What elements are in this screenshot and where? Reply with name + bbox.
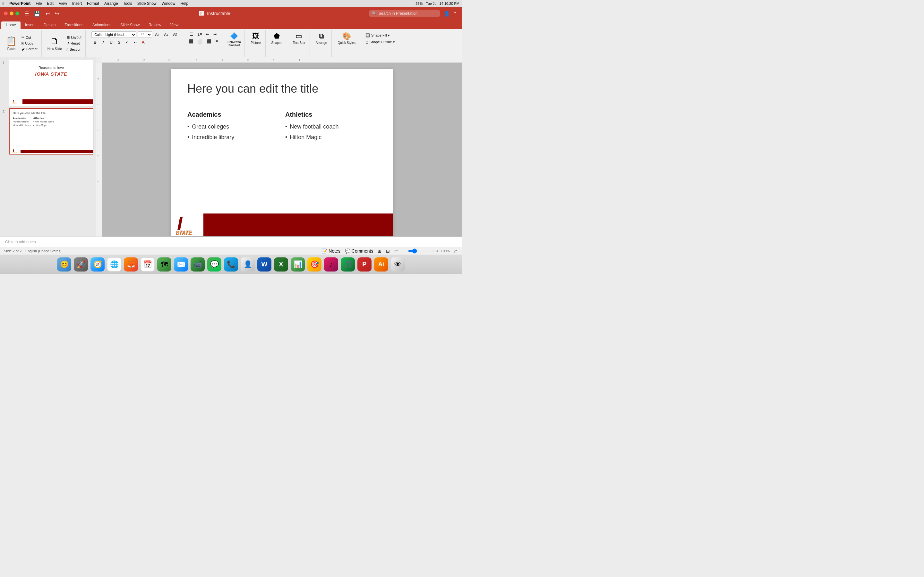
dock-excel[interactable]: X (274, 258, 288, 271)
indent-decrease-button[interactable]: ⇤ (204, 31, 211, 37)
tab-home[interactable]: Home (1, 21, 21, 29)
zoom-in-button[interactable]: + (435, 248, 439, 254)
tab-review[interactable]: Review (144, 21, 166, 29)
tab-transitions[interactable]: Transitions (60, 21, 87, 29)
bold-button[interactable]: B (91, 39, 99, 45)
dock-calendar[interactable]: 📅 (141, 258, 155, 271)
dock-chrome[interactable]: 🌐 (107, 258, 121, 271)
slide-main-title[interactable]: Here you can edit the title (187, 82, 376, 95)
superscript-button[interactable]: x² (124, 40, 131, 45)
expand-button[interactable]: ⌃ (451, 10, 458, 17)
dock-preview[interactable]: 👁 (391, 258, 405, 271)
slide-col2-bullet-1[interactable]: • New football coach (285, 123, 376, 130)
reset-button[interactable]: ↺ Reset (65, 41, 83, 46)
save-button[interactable]: 💾 (33, 10, 42, 17)
dock-contacts[interactable]: 👤 (241, 258, 255, 271)
subscript-button[interactable]: x₂ (132, 40, 139, 45)
menu-window[interactable]: Window (162, 1, 176, 6)
apple-logo[interactable]:  (3, 1, 4, 6)
slide-col-1[interactable]: Academics • Great colleges • Incredible … (187, 111, 279, 210)
menu-edit[interactable]: Edit (47, 1, 53, 6)
shapes-button[interactable]: ⬟ Shapes (270, 31, 284, 46)
font-shrink-button[interactable]: A↓ (162, 32, 170, 37)
close-button[interactable] (4, 11, 8, 15)
search-bar[interactable]: 🔍 Search in Presentation (369, 10, 440, 17)
fit-window-button[interactable]: ⤢ (452, 248, 458, 254)
notes-toggle-button[interactable]: 📝 Notes (321, 248, 341, 254)
dock-firefox[interactable]: 🦊 (124, 258, 138, 271)
italic-button[interactable]: I (99, 39, 107, 45)
align-right-button[interactable]: ⬛ (205, 39, 213, 44)
tab-slideshow[interactable]: Slide Show (116, 21, 144, 29)
dock-spotify[interactable]: 🎵 (341, 258, 355, 271)
copy-button[interactable]: ⎘ Copy (20, 41, 39, 46)
justify-button[interactable]: ≡ (214, 39, 220, 44)
grid-view-button[interactable]: ⊟ (385, 248, 391, 254)
menu-tools[interactable]: Tools (123, 1, 132, 6)
redo-button[interactable]: ↪ (53, 10, 60, 17)
dock-itunes[interactable]: ♪ (324, 258, 338, 271)
picture-button[interactable]: 🖼 Picture (249, 31, 262, 46)
user-button[interactable]: 👤 (443, 10, 451, 17)
dock-finder[interactable]: 😊 (57, 258, 71, 271)
slide-col1-bullet-1[interactable]: • Great colleges (187, 123, 279, 130)
menu-arrange[interactable]: Arrange (104, 1, 118, 6)
slide-2-thumbnail[interactable]: Here you can edit the title Academics • … (9, 108, 94, 155)
maximize-button[interactable] (15, 11, 19, 15)
align-center-button[interactable]: ⬜ (196, 39, 204, 44)
sidebar-toggle[interactable]: ☰ (23, 10, 30, 17)
format-button[interactable]: 🖌 Format (20, 47, 39, 52)
menu-slideshow[interactable]: Slide Show (137, 1, 157, 6)
new-slide-button[interactable]: 🗋 New Slide (45, 35, 64, 52)
dock-illustrator[interactable]: Ai (374, 258, 388, 271)
indent-increase-button[interactable]: ⇥ (212, 31, 218, 37)
quick-styles-button[interactable]: 🎨 Quick Styles (336, 31, 357, 46)
menu-help[interactable]: Help (180, 1, 188, 6)
dock-maps[interactable]: 🗺 (157, 258, 171, 271)
font-color-button[interactable]: A (140, 39, 147, 45)
main-slide[interactable]: Here you can edit the title Academics • … (171, 69, 393, 236)
paste-button[interactable]: 📋 Paste (4, 35, 19, 52)
dock-messages[interactable]: 💬 (207, 258, 221, 271)
textbox-button[interactable]: ▭ Text Box (291, 31, 307, 46)
comments-toggle-button[interactable]: 💬 Comments (344, 248, 375, 254)
tab-view[interactable]: View (166, 21, 183, 29)
slide-col2-bullet-2[interactable]: • Hilton Magic (285, 134, 376, 141)
cut-button[interactable]: ✂ Cut (20, 35, 39, 40)
menu-file[interactable]: File (36, 1, 42, 6)
notes-area[interactable]: Click to add notes (0, 237, 462, 247)
reading-view-button[interactable]: ▭ (393, 248, 399, 254)
slide-canvas[interactable]: Here you can edit the title Academics • … (102, 63, 462, 237)
slide-col-2[interactable]: Athletics • New football coach • Hilton … (285, 111, 376, 210)
minimize-button[interactable] (10, 11, 13, 15)
numbering-button[interactable]: 1≡ (196, 31, 204, 37)
dock-facetime[interactable]: 📹 (191, 258, 205, 271)
dock-safari[interactable]: 🧭 (90, 258, 105, 271)
dock-powerpoint[interactable]: P (357, 258, 372, 271)
font-family-select[interactable]: Calibri Light (Head... (91, 31, 136, 38)
menu-powerpoint[interactable]: PowerPoint (9, 1, 31, 6)
menu-format[interactable]: Format (87, 1, 99, 6)
dock-launchpad[interactable]: 🚀 (74, 258, 88, 271)
zoom-out-button[interactable]: − (402, 248, 407, 254)
slide-col1-bullet-2[interactable]: • Incredible library (187, 134, 279, 141)
shape-fill-button[interactable]: 🔲 Shape Fill ▾ (364, 33, 396, 38)
dock-mail[interactable]: ✉️ (174, 258, 188, 271)
layout-button[interactable]: ▦ Layout (65, 35, 83, 40)
dock-numbers[interactable]: 📊 (291, 258, 305, 271)
menu-view[interactable]: View (59, 1, 67, 6)
clear-format-button[interactable]: A⃝ (171, 32, 178, 37)
font-size-select[interactable]: 44 (137, 31, 152, 38)
slide-1-thumbnail[interactable]: Reasons to love IOWA STATE I STATE (9, 60, 94, 106)
strikethrough-button[interactable]: S (115, 39, 123, 45)
section-button[interactable]: § Section (65, 47, 83, 52)
font-grow-button[interactable]: A↑ (153, 32, 161, 37)
normal-view-button[interactable]: ⊞ (376, 248, 383, 254)
arrange-button[interactable]: ⧉ Arrange (314, 31, 329, 46)
tab-design[interactable]: Design (39, 21, 60, 29)
tab-animations[interactable]: Animations (88, 21, 116, 29)
underline-button[interactable]: U (107, 39, 115, 45)
bullets-button[interactable]: ☰ (188, 31, 195, 37)
dock-keynote[interactable]: 🎯 (307, 258, 321, 271)
dock-skype[interactable]: 📞 (224, 258, 238, 271)
